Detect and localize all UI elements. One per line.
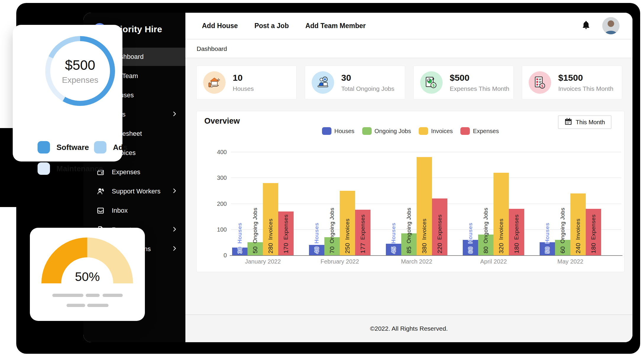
sidebar-item-inbox[interactable]: Inbox (83, 201, 185, 220)
x-axis-category-label: May 2022 (540, 258, 601, 265)
stat-card-expenses-this-month: $$500Expenses This Month (413, 66, 514, 99)
breadcrumb-bar: Dashboard (185, 40, 632, 58)
bar-data-label: 45Houses (390, 223, 397, 253)
legend-item-houses[interactable]: Houses (322, 127, 355, 135)
sidebar-item-label: Support Workers (112, 188, 161, 195)
legend-label: Ongoing Jobs (375, 128, 411, 135)
nav-link-add-house[interactable]: Add House (202, 22, 238, 30)
stat-label: Expenses This Month (450, 85, 509, 92)
legend-item-expenses[interactable]: Expenses (460, 127, 499, 135)
y-axis-tick: 300 (217, 175, 227, 181)
stat-text: 10Houses (233, 73, 254, 92)
bar-group-may-2022: 50Houses60Ongoing Jobs240Invoices180Expe… (540, 152, 601, 255)
copyright-text: ©2022. All Rights Reserved. (370, 325, 448, 332)
bar-data-label: 40Houses (313, 223, 320, 253)
donut-legend-label: Ads (113, 143, 127, 152)
bar-data-label: 170Expenses (282, 214, 289, 253)
sidebar-item-label: Inbox (112, 207, 128, 214)
donut-legend-item-maintenance: Maintenance (38, 162, 103, 175)
sidebar-item-support-workers[interactable]: Support Workers (83, 182, 185, 201)
bar-data-label: 320Invoices (498, 219, 505, 253)
stat-card-houses: 10Houses (196, 66, 297, 99)
worker-icon (96, 187, 105, 196)
stat-value: $1500 (558, 73, 613, 83)
app-footer: ©2022. All Rights Reserved. (185, 314, 632, 342)
legend-swatch (419, 127, 428, 135)
y-axis-tick: 200 (217, 200, 227, 207)
breadcrumb[interactable]: Dashboard (197, 45, 227, 52)
bar-data-label: 70Ongoing Jobs (329, 208, 336, 253)
nav-links: Add House Post a Job Add Team Member (202, 22, 366, 30)
donut-label: Expenses (62, 75, 98, 85)
legend-label: Houses (334, 128, 355, 135)
notification-bell-icon[interactable] (581, 20, 591, 32)
bar-data-label: 240Invoices (575, 219, 582, 253)
chevron-right-icon (171, 111, 178, 119)
bar-group-april-2022: 60Houses80Ongoing Jobs320Invoices180Expe… (463, 152, 524, 255)
sidebar-item-label: Expenses (112, 168, 140, 176)
stat-text: $500Expenses This Month (450, 73, 509, 92)
bar-data-label: 50Houses (544, 223, 551, 253)
x-axis-category-label: February 2022 (309, 258, 370, 265)
stat-text: $1500Invoices This Month (558, 73, 613, 92)
chart-title: Overview (204, 117, 240, 126)
legend-swatch (322, 127, 331, 135)
user-avatar[interactable] (602, 17, 619, 34)
legend-label: Invoices (431, 128, 453, 135)
calendar-icon (564, 118, 572, 127)
svg-text:$: $ (432, 83, 435, 88)
skeleton-line (87, 304, 109, 307)
bar-data-label: 220Expenses (436, 214, 443, 253)
x-axis-line (230, 255, 622, 256)
y-axis-tick: 400 (217, 149, 227, 156)
skeleton-line (86, 294, 100, 297)
y-axis-tick: 100 (217, 226, 227, 233)
bar-data-label: 380Invoices (421, 219, 428, 253)
svg-text:$: $ (541, 84, 543, 88)
donut-value: $500 (65, 57, 95, 73)
bar-data-label: 177Expenses (359, 214, 366, 253)
stat-value: 30 (341, 73, 394, 83)
bar-data-label: 30Houses (236, 223, 243, 253)
chart-plot-area: 010020030040030Houses50Ongoing Jobs280In… (231, 152, 621, 255)
bar-data-label: 60Houses (467, 223, 474, 253)
bar-group-march-2022: 45Houses85Ongoing Jobs380Invoices220Expe… (386, 152, 447, 255)
bar-data-label: 60Ongoing Jobs (559, 208, 566, 253)
stat-value: 10 (233, 73, 254, 83)
overview-chart-card: Overview This Month HousesOngoing JobsIn… (196, 111, 624, 272)
x-axis-category-label: April 2022 (463, 258, 524, 265)
screenshot-canvas: Priority Hire DashboardMy TeamHousesJobs… (0, 0, 644, 357)
bar-group-february-2022: 40Houses70Ongoing Jobs250Invoices177Expe… (309, 152, 370, 255)
donut-legend-swatch (94, 141, 106, 154)
bar-data-label: 50Ongoing Jobs (252, 208, 259, 253)
legend-item-ongoing-jobs[interactable]: Ongoing Jobs (362, 127, 411, 135)
nav-link-add-team-member[interactable]: Add Team Member (305, 22, 366, 30)
x-axis-category-label: January 2022 (232, 258, 294, 265)
donut-legend-swatch (38, 162, 50, 175)
bar-group-january-2022: 30Houses50Ongoing Jobs280Invoices170Expe… (232, 152, 294, 255)
legend-item-invoices[interactable]: Invoices (419, 127, 453, 135)
bar-data-label: 85Ongoing Jobs (405, 208, 412, 253)
stat-value: $500 (450, 73, 509, 83)
chevron-right-icon (171, 245, 178, 253)
bar-data-label: 80Ongoing Jobs (482, 208, 489, 253)
nav-link-post-a-job[interactable]: Post a Job (254, 22, 289, 30)
bar-data-label: 180Expenses (590, 214, 597, 253)
donut-legend-label: Software (56, 143, 89, 152)
y-axis-tick: 0 (224, 252, 227, 259)
legend-label: Expenses (473, 128, 499, 135)
skeleton-line (52, 294, 83, 297)
invoice-dollar-icon: $ (529, 71, 551, 94)
bar-data-label: 250Invoices (344, 219, 351, 253)
legend-swatch (362, 127, 372, 135)
bar-data-label: 280Invoices (267, 219, 274, 253)
chevron-right-icon (171, 226, 178, 234)
stat-card-invoices-this-month: $$1500Invoices This Month (522, 66, 622, 99)
worker-desk-icon (312, 71, 334, 94)
chart-dollar-icon: $ (420, 71, 443, 94)
stat-card-total-ongoing-jobs: 30Total Ongoing Jobs (305, 66, 405, 99)
donut-legend-swatch (38, 141, 50, 154)
gauge-value: 50% (30, 270, 145, 284)
donut-legend-item-ads: Ads (94, 141, 127, 154)
expenses-donut-card: $500 Expenses SoftwareAdsMaintenance (13, 25, 122, 161)
